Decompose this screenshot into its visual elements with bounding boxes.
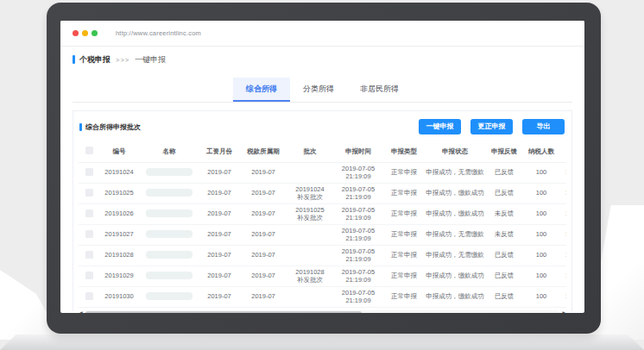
table-row[interactable]: 201910282019-072019-072019-07-05 21:19:0…: [79, 246, 566, 266]
row-checkbox[interactable]: [85, 251, 93, 259]
row-checkbox-cell: [79, 168, 99, 178]
cell-feedback: 已反馈: [486, 272, 522, 280]
cell-declare-type: 正常申报: [384, 272, 424, 280]
cell-feedback: 已反馈: [486, 293, 522, 301]
cell-taxpayer-count: 100: [522, 252, 560, 259]
cell-feedback: 已反馈: [486, 190, 522, 197]
row-checkbox[interactable]: [85, 272, 93, 279]
cell-batch: 20191025 补发批次: [287, 207, 332, 222]
table-row[interactable]: 201910242019-072019-072019-07-05 21:19:0…: [79, 163, 566, 184]
one-click-declare-button[interactable]: 一键申报: [419, 119, 461, 134]
cell-declare-status: 申报成功，缴款成功: [424, 210, 486, 218]
select-all-checkbox[interactable]: [85, 147, 93, 154]
cell-declare-time: 2019-07-05 21:19:09: [332, 248, 384, 263]
header-checkbox-cell: [79, 147, 99, 157]
cell-salary-month: 2019-07: [199, 190, 239, 197]
row-checkbox[interactable]: [85, 189, 93, 197]
cell-declare-type: 正常申报: [384, 293, 424, 301]
cell-declare-status: 申报成功，缴款成功: [424, 293, 486, 301]
table-row[interactable]: 201910302019-072019-072019-07-05 21:19:0…: [79, 287, 566, 308]
mockup-stage: http://www.careerintlinc.com 个税申报 >>> 一键…: [0, 0, 644, 350]
cell-name: [139, 251, 199, 261]
row-checkbox[interactable]: [85, 230, 93, 238]
batch-table: 编号 名称 工资月份 税款所属期 批次 申报时间 申报类型 申报状态 申报反馈 …: [79, 141, 566, 308]
cell-name: [139, 209, 199, 220]
breadcrumb: 个税申报 >>> 一键申报: [73, 53, 584, 66]
tab-comprehensive-income[interactable]: 综合所得: [233, 78, 290, 102]
window-minimize-icon[interactable]: [82, 30, 88, 36]
table-row[interactable]: 201910292019-072019-0720191028 补发批次2019-…: [79, 266, 566, 287]
correct-declare-button[interactable]: 更正申报: [470, 119, 513, 134]
cell-name: [139, 189, 199, 199]
cell-declare-type: 正常申报: [384, 252, 424, 259]
cell-declare-type: 正常申报: [384, 190, 424, 197]
cell-salary-month: 2019-07: [199, 231, 239, 239]
name-placeholder: [146, 251, 193, 259]
cell-batch: 20191024 补发批次: [287, 186, 332, 201]
address-bar-url[interactable]: http://www.careerintlinc.com: [116, 29, 201, 37]
cell-id: 20191024: [99, 169, 139, 177]
table-row[interactable]: 201910252019-072019-0720191024 补发批次2019-…: [79, 184, 566, 204]
panel-actions: 一键申报 更正申报 导出: [419, 119, 565, 134]
row-checkbox[interactable]: [85, 168, 93, 176]
row-checkbox-cell: [79, 230, 99, 241]
cell-tax-period: 2019-07: [239, 169, 287, 177]
scrollbar-track[interactable]: [85, 310, 561, 314]
cell-clipped-amount: 11: [560, 169, 566, 177]
export-button[interactable]: 导出: [522, 119, 565, 134]
cell-feedback: 未反馈: [486, 210, 522, 218]
cell-feedback: 未反馈: [486, 231, 522, 239]
cell-declare-time: 2019-07-05 21:19:09: [332, 269, 384, 284]
breadcrumb-separator: >>>: [116, 56, 129, 64]
table-header-row: 编号 名称 工资月份 税款所属期 批次 申报时间 申报类型 申报状态 申报反馈 …: [79, 141, 566, 163]
cell-declare-time: 2019-07-05 21:19:09: [332, 228, 384, 242]
row-checkbox-cell: [79, 251, 99, 261]
cell-declare-time: 2019-07-05 21:19:09: [332, 166, 384, 180]
cell-tax-period: 2019-07: [239, 272, 287, 280]
cell-salary-month: 2019-07: [199, 272, 239, 280]
cell-clipped-amount: 11: [560, 210, 566, 218]
panel-header: 综合所得申报批次 一键申报 更正申报 导出: [73, 111, 571, 140]
tab-nonresident-income[interactable]: 非居民所得: [347, 78, 412, 102]
cell-name: [139, 292, 199, 303]
table-row[interactable]: 201910272019-072019-072019-07-05 21:19:0…: [79, 225, 566, 246]
header-declare-status: 申报状态: [424, 148, 486, 156]
cell-id: 20191030: [99, 293, 139, 301]
name-placeholder: [146, 272, 193, 279]
cell-batch: 20191028 补发批次: [287, 269, 332, 284]
breadcrumb-page: 一键申报: [135, 54, 166, 66]
table-row[interactable]: 201910262019-072019-0720191025 补发批次2019-…: [79, 204, 566, 225]
cell-name: [139, 168, 199, 178]
cell-declare-status: 申报成功，无需缴款: [424, 252, 486, 259]
cell-clipped-amount: 11: [560, 252, 566, 259]
laptop-frame: http://www.careerintlinc.com 个税申报 >>> 一键…: [47, 3, 601, 334]
cell-declare-time: 2019-07-05 21:19:09: [332, 207, 384, 222]
cell-name: [139, 272, 199, 282]
window-close-icon[interactable]: [73, 30, 79, 36]
cell-feedback: 已反馈: [486, 252, 522, 259]
scrollbar-thumb[interactable]: [85, 311, 362, 314]
cell-id: 20191029: [99, 272, 139, 280]
scroll-right-icon[interactable]: ▶: [562, 309, 566, 313]
horizontal-scrollbar[interactable]: ◀ ▶: [79, 309, 566, 313]
name-placeholder: [146, 168, 193, 176]
name-placeholder: [146, 292, 193, 300]
browser-titlebar: http://www.careerintlinc.com: [60, 21, 584, 47]
cell-taxpayer-count: 100: [522, 293, 560, 301]
cell-declare-status: 申报成功，无需缴款: [424, 169, 486, 177]
cell-taxpayer-count: 100: [522, 190, 560, 197]
cell-taxpayer-count: 100: [522, 231, 560, 239]
laptop-base: [0, 334, 644, 350]
scroll-left-icon[interactable]: ◀: [79, 309, 83, 313]
cell-declare-time: 2019-07-05 21:19:09: [332, 290, 384, 304]
window-maximize-icon[interactable]: [92, 30, 98, 36]
cell-declare-status: 申报成功，缴款成功: [424, 272, 486, 280]
cell-id: 20191027: [99, 231, 139, 239]
tab-classified-income[interactable]: 分类所得: [290, 78, 347, 102]
row-checkbox[interactable]: [85, 209, 93, 217]
browser-window: http://www.careerintlinc.com 个税申报 >>> 一键…: [60, 21, 584, 313]
name-placeholder: [146, 230, 193, 238]
cell-salary-month: 2019-07: [199, 293, 239, 301]
breadcrumb-section: 个税申报: [79, 54, 110, 66]
row-checkbox[interactable]: [85, 292, 93, 300]
